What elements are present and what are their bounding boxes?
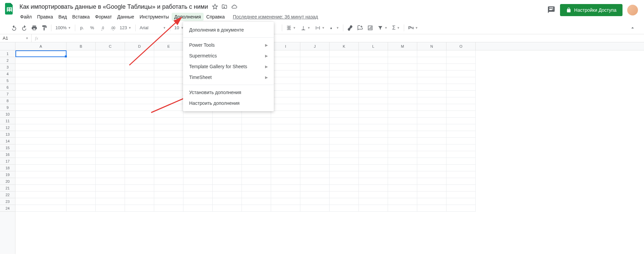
cell[interactable] [300,205,330,212]
cell[interactable] [271,71,300,77]
cell[interactable] [15,131,67,138]
cell[interactable] [388,84,417,91]
row-header[interactable]: 20 [0,178,15,185]
cell[interactable] [359,64,388,71]
cell[interactable] [300,151,330,158]
menu-file[interactable]: Файл [17,13,34,21]
cell[interactable] [388,191,417,198]
cell[interactable] [183,151,213,158]
cell[interactable] [183,118,213,124]
cell[interactable] [213,138,242,144]
cell[interactable] [388,198,417,205]
cell[interactable] [300,171,330,178]
cell[interactable] [96,191,125,198]
cell[interactable] [67,205,96,212]
cell[interactable] [271,138,300,144]
cell[interactable] [417,91,446,97]
cell[interactable] [300,138,330,144]
cell[interactable] [271,165,300,171]
column-header[interactable]: L [359,42,388,50]
cell[interactable] [300,97,330,104]
cell[interactable] [154,77,183,84]
cell[interactable] [388,165,417,171]
cell[interactable] [125,138,154,144]
cell[interactable] [213,178,242,185]
cell[interactable] [125,64,154,71]
cell[interactable] [330,104,359,111]
cell[interactable] [213,111,242,118]
row-header[interactable]: 8 [0,97,15,104]
cell[interactable] [446,104,476,111]
cell[interactable] [125,111,154,118]
cell[interactable] [300,64,330,71]
cell[interactable] [417,178,446,185]
cell[interactable] [15,144,67,151]
cell[interactable] [300,84,330,91]
cell[interactable] [183,191,213,198]
column-header[interactable]: I [271,42,300,50]
dropdown-item[interactable]: Установить дополнения [183,87,274,98]
cell[interactable] [388,171,417,178]
row-header[interactable]: 23 [0,198,15,205]
cell[interactable] [417,111,446,118]
formula-input[interactable] [42,34,644,42]
menu-help[interactable]: Справка [204,13,227,21]
cell[interactable] [125,84,154,91]
cell[interactable] [125,97,154,104]
cell[interactable] [96,131,125,138]
cell[interactable] [96,171,125,178]
name-box[interactable]: A1▼ [0,34,32,42]
cell[interactable] [15,111,67,118]
cell[interactable] [15,151,67,158]
cell[interactable] [446,165,476,171]
cell[interactable] [67,71,96,77]
cell[interactable] [67,131,96,138]
cell[interactable] [15,165,67,171]
cell[interactable] [15,191,67,198]
cell[interactable] [242,165,271,171]
row-header[interactable]: 13 [0,131,15,138]
cell[interactable] [67,171,96,178]
cell[interactable] [242,124,271,131]
cell[interactable] [15,57,67,64]
cell[interactable] [330,71,359,77]
cell[interactable] [213,165,242,171]
cell[interactable] [67,84,96,91]
menu-format[interactable]: Формат [92,13,115,21]
cell[interactable] [213,205,242,212]
last-edit-link[interactable]: Последнее изменение: 36 минут назад [233,14,318,19]
cell[interactable] [388,97,417,104]
cell[interactable] [417,131,446,138]
filter-button[interactable]: ▼ [376,25,389,31]
cell[interactable] [96,185,125,191]
collapse-toolbar-button[interactable] [628,23,637,33]
cell[interactable] [96,158,125,165]
cell[interactable] [271,104,300,111]
dropdown-item[interactable]: Supermetrics▶ [183,50,274,61]
cell[interactable] [242,158,271,165]
cell[interactable] [446,97,476,104]
cell[interactable] [446,118,476,124]
cell[interactable] [96,104,125,111]
cell[interactable] [96,198,125,205]
cell[interactable] [330,205,359,212]
cell[interactable] [154,118,183,124]
cell[interactable] [330,185,359,191]
cell[interactable] [154,111,183,118]
cell[interactable] [446,171,476,178]
cell[interactable] [242,185,271,191]
cell[interactable] [417,84,446,91]
cell[interactable] [417,158,446,165]
row-header[interactable]: 12 [0,124,15,131]
cell[interactable] [96,205,125,212]
cell[interactable] [300,131,330,138]
cell[interactable] [300,77,330,84]
font-select[interactable]: Arial▼ [138,25,168,30]
cell[interactable] [67,50,96,57]
cell[interactable] [96,165,125,171]
cell[interactable] [67,57,96,64]
cell[interactable] [271,205,300,212]
cell[interactable] [96,178,125,185]
cell[interactable] [67,64,96,71]
cell[interactable] [446,77,476,84]
